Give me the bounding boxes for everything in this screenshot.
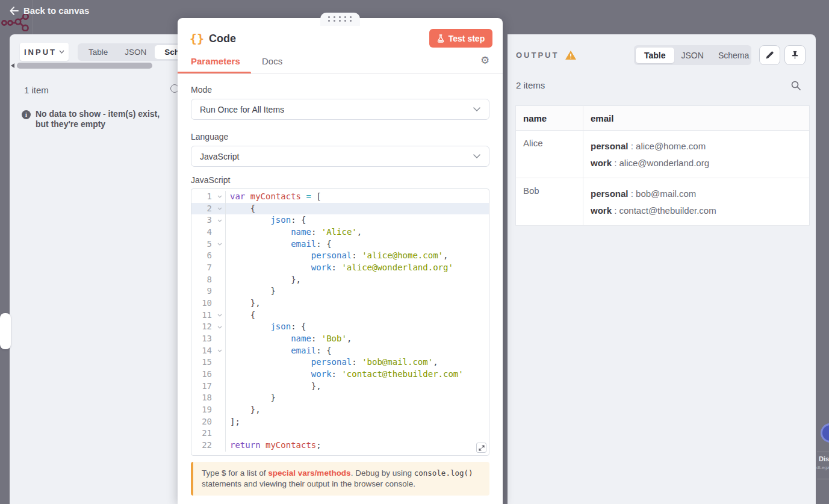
cell-email[interactable]: personal : bob@mail.comwork : contact@th… [583,178,810,226]
code-node-modal: {} Code Test step Parameters Docs ⚙ Mode… [178,18,503,504]
pin-data-button[interactable] [784,45,806,65]
line-gutter: 13 [191,333,226,345]
search-icon[interactable] [791,81,801,90]
editor-hint-callout: Type $ for a list of special vars/method… [191,462,489,496]
code-line[interactable]: 18 } [191,392,489,404]
code-line[interactable]: 9 } [191,285,489,297]
hint-suffix: statements and viewing their output in t… [202,479,415,488]
fold-toggle[interactable] [214,345,225,357]
fold-toggle [214,381,225,393]
fold-toggle[interactable] [214,191,225,203]
code-line-content: personal: 'alice@home.com', [226,250,448,262]
input-tab-schema[interactable]: Schema [155,45,178,59]
test-step-button[interactable]: Test step [429,29,492,48]
column-header-email[interactable]: email [583,106,810,131]
output-tab-json[interactable]: JSON [674,48,711,63]
input-source-select[interactable]: INPUT [20,43,69,61]
code-line[interactable]: 2 { [191,203,489,215]
code-line[interactable]: 10 }, [191,297,489,310]
code-line[interactable]: 11 { [191,310,489,322]
flask-icon [437,34,444,43]
fold-toggle[interactable] [214,310,225,322]
input-tab-json[interactable]: JSON [116,45,155,59]
output-tab-schema[interactable]: Schema [711,48,756,63]
code-line[interactable]: 19 }, [191,404,489,416]
code-line[interactable]: 8 }, [191,274,489,286]
code-line-content: } [226,392,276,404]
output-tab-table[interactable]: Table [636,48,674,63]
code-line[interactable]: 22return myContacts; [191,440,489,452]
code-line[interactable]: 17 }, [191,381,489,393]
input-items-count: 1 item [24,85,49,95]
code-line[interactable]: 4 name: 'Alice', [191,226,489,238]
fold-toggle[interactable] [214,238,225,250]
line-gutter: 2 [191,203,226,215]
back-to-canvas-button[interactable]: Back to canvas [10,5,89,16]
code-line[interactable]: 13 name: 'Bob', [191,333,489,345]
tab-docs[interactable]: Docs [262,56,282,66]
line-gutter: 15 [191,356,226,369]
fold-toggle[interactable] [214,203,225,215]
code-line[interactable]: 21 [191,428,489,440]
line-number: 5 [191,238,214,250]
code-line[interactable]: 16 work: 'contact@thebuilder.com' [191,369,489,381]
widget-avatar-icon[interactable] [821,423,829,443]
table-row[interactable]: Alicepersonal : alice@home.comwork : ali… [516,131,810,178]
code-line-content: name: 'Bob', [226,333,352,345]
output-items-row: 2 items [516,80,801,90]
code-line[interactable]: 5 email: { [191,238,489,250]
code-line-content: work: 'contact@thebuilder.com' [226,369,464,381]
horizontal-scrollbar[interactable] [17,63,152,69]
line-gutter: 6 [191,250,226,262]
special-vars-link[interactable]: special vars/methods [268,468,350,478]
line-number: 15 [191,356,214,369]
table-row[interactable]: Bobpersonal : bob@mail.comwork : contact… [516,178,810,226]
line-number: 10 [191,297,214,310]
expand-editor-button[interactable] [476,443,486,453]
scroll-left-arrow-icon[interactable] [11,63,14,68]
column-header-name[interactable]: name [516,106,583,131]
fold-chevron-icon [217,219,222,222]
code-editor[interactable]: 1var myContacts = [2 {3 json: {4 name: '… [191,188,489,456]
panel-resize-handle[interactable] [0,313,11,349]
mode-select[interactable]: Run Once for All Items [191,99,489,120]
line-gutter: 17 [191,381,226,393]
expand-icon [479,445,485,451]
node-settings-button[interactable]: ⚙ [480,54,489,67]
fold-toggle [214,440,225,452]
fold-toggle[interactable] [214,321,225,333]
hint-code: console.log() [414,468,473,478]
cell-name[interactable]: Alice [516,131,583,178]
code-line[interactable]: 7 work: 'alice@wonderland.org' [191,262,489,274]
output-table-body: Alicepersonal : alice@home.comwork : ali… [516,131,810,226]
hint-middle: . Debug by using [351,468,414,478]
back-label: Back to canvas [23,5,89,16]
input-panel: INPUT Table JSON Schema 1 item i No data… [10,34,178,504]
pencil-icon [765,51,774,60]
code-line[interactable]: 14 email: { [191,345,489,357]
code-line-content: email: { [226,345,332,357]
code-line[interactable]: 12 json: { [191,321,489,333]
fold-toggle[interactable] [214,214,225,226]
line-number: 8 [191,274,214,286]
cell-name[interactable]: Bob [516,178,583,226]
fold-toggle [214,392,225,404]
code-line-content: name: 'Alice', [226,226,362,238]
code-line[interactable]: 3 json: { [191,214,489,226]
code-line[interactable]: 15 personal: 'bob@mail.com', [191,356,489,369]
fold-toggle [214,250,225,262]
modal-drag-handle[interactable] [320,13,360,26]
input-tab-table[interactable]: Table [80,45,116,59]
language-select[interactable]: JavaScript [191,146,489,167]
line-number: 4 [191,226,214,238]
code-line[interactable]: 1var myContacts = [ [191,191,489,203]
fold-toggle [214,404,225,416]
tab-parameters[interactable]: Parameters [191,56,240,66]
edit-output-button[interactable] [759,45,780,65]
fold-chevron-icon [217,207,222,210]
code-line-content: email: { [226,238,332,250]
fold-toggle [214,274,225,286]
code-line[interactable]: 20]; [191,416,489,428]
cell-email[interactable]: personal : alice@home.comwork : alice@wo… [583,131,810,178]
code-line[interactable]: 6 personal: 'alice@home.com', [191,250,489,262]
